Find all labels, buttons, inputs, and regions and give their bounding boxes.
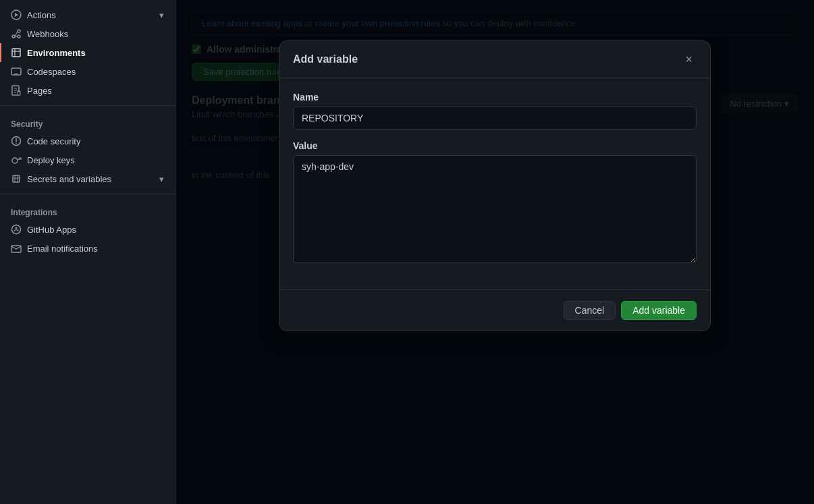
svg-rect-9	[14, 74, 18, 75]
main-content: Learn about existing apps or create your…	[175, 0, 814, 504]
svg-point-17	[16, 143, 17, 144]
chevron-down-icon: ▾	[159, 10, 164, 20]
codespaces-icon	[11, 66, 22, 77]
sidebar-item-github-apps-label: GitHub Apps	[27, 225, 76, 235]
modal-overlay: Add variable × Name Value syh-app-dev Ca…	[175, 0, 814, 504]
sidebar-item-codespaces-label: Codespaces	[27, 67, 76, 77]
sidebar: Actions ▾ Webhooks Environments	[0, 0, 175, 504]
name-input[interactable]	[293, 107, 697, 130]
integrations-section-label: Integrations	[0, 200, 175, 220]
add-variable-button[interactable]: Add variable	[621, 301, 697, 320]
svg-rect-5	[12, 49, 20, 57]
sidebar-item-actions-label: Actions	[27, 10, 56, 20]
name-label: Name	[293, 92, 697, 103]
svg-rect-19	[13, 175, 20, 182]
webhooks-icon	[11, 28, 22, 39]
sidebar-item-secrets-variables[interactable]: Secrets and variables ▾	[0, 169, 175, 188]
sidebar-item-pages[interactable]: Pages	[0, 81, 175, 100]
modal-close-button[interactable]: ×	[681, 52, 697, 67]
svg-point-18	[12, 158, 18, 163]
add-variable-modal: Add variable × Name Value syh-app-dev Ca…	[279, 40, 711, 331]
sidebar-item-github-apps[interactable]: GitHub Apps	[0, 220, 175, 239]
sidebar-item-secrets-variables-label: Secrets and variables	[27, 174, 111, 184]
svg-point-2	[12, 35, 15, 38]
modal-header: Add variable ×	[279, 41, 710, 78]
value-label: Value	[293, 140, 697, 151]
security-section-label: Security	[0, 111, 175, 132]
cancel-button[interactable]: Cancel	[564, 301, 616, 320]
sidebar-item-environments-label: Environments	[27, 48, 86, 58]
name-form-group: Name	[293, 92, 697, 130]
pages-icon	[11, 85, 22, 96]
secrets-variables-icon	[11, 173, 22, 184]
sidebar-item-webhooks-label: Webhooks	[27, 29, 68, 39]
sidebar-item-environments[interactable]: Environments	[0, 43, 175, 62]
svg-point-24	[16, 227, 18, 229]
code-security-icon	[11, 136, 22, 146]
svg-marker-1	[15, 13, 18, 17]
sidebar-divider-1	[0, 105, 175, 106]
chevron-down-icon-secrets: ▾	[159, 174, 164, 184]
github-apps-icon	[11, 224, 22, 235]
modal-title: Add variable	[293, 53, 358, 65]
sidebar-item-actions[interactable]: Actions ▾	[0, 5, 175, 24]
svg-point-3	[18, 30, 20, 32]
value-textarea[interactable]: syh-app-dev	[293, 155, 697, 263]
sidebar-item-code-security-label: Code security	[27, 136, 80, 146]
svg-point-4	[18, 35, 20, 38]
email-notifications-icon	[11, 243, 22, 254]
sidebar-item-pages-label: Pages	[27, 86, 52, 96]
sidebar-divider-2	[0, 194, 175, 194]
modal-body: Name Value syh-app-dev	[279, 78, 710, 289]
sidebar-item-email-notifications-label: Email notifications	[27, 244, 98, 254]
sidebar-item-deploy-keys[interactable]: Deploy keys	[0, 150, 175, 169]
actions-icon	[11, 9, 22, 20]
deploy-keys-icon	[11, 155, 22, 165]
environments-icon	[11, 47, 22, 58]
sidebar-item-deploy-keys-label: Deploy keys	[27, 155, 75, 165]
modal-footer: Cancel Add variable	[279, 289, 710, 331]
sidebar-item-webhooks[interactable]: Webhooks	[0, 24, 175, 43]
sidebar-item-codespaces[interactable]: Codespaces	[0, 62, 175, 81]
sidebar-item-code-security[interactable]: Code security	[0, 132, 175, 150]
sidebar-item-email-notifications[interactable]: Email notifications	[0, 239, 175, 258]
value-form-group: Value syh-app-dev	[293, 140, 697, 265]
